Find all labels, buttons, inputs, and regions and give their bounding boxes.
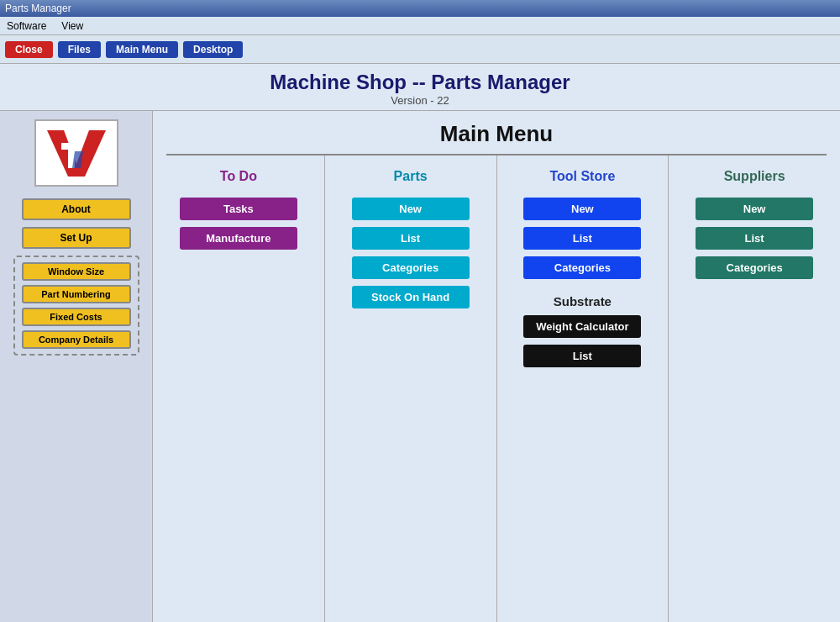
suppliers-categories-button[interactable]: Categories [696,256,813,279]
content: Main Menu To Do Tasks Manufacture Parts … [153,111,840,622]
fixed-costs-button[interactable]: Fixed Costs [22,308,131,326]
menu-view[interactable]: View [58,19,87,33]
toolbar: Close Files Main Menu Desktop [0,35,840,64]
parts-title: Parts [394,169,428,184]
mainmenu-button[interactable]: Main Menu [106,41,178,58]
substrate-list-button[interactable]: List [523,345,641,367]
titlebar: Parts Manager [0,0,840,17]
tasks-button[interactable]: Tasks [180,198,297,220]
parts-list-button[interactable]: List [352,227,470,250]
page-title-bar: Main Menu [166,111,827,156]
toolstore-title: Tool Store [549,169,615,184]
company-details-button[interactable]: Company Details [22,330,131,349]
parts-column: Parts New List Categories Stock On Hand [325,156,497,622]
parts-categories-button[interactable]: Categories [352,256,470,279]
files-button[interactable]: Files [58,41,101,58]
suppliers-new-button[interactable]: New [696,198,813,220]
svg-rect-2 [61,143,81,150]
part-numbering-button[interactable]: Part Numbering [22,285,131,303]
suppliers-list-button[interactable]: List [696,227,813,250]
toolstore-categories-button[interactable]: Categories [523,256,641,279]
about-button[interactable]: About [22,198,131,220]
window-size-button[interactable]: Window Size [22,262,131,281]
parts-new-button[interactable]: New [352,198,470,220]
logo-box [34,119,118,187]
setup-group: Window Size Part Numbering Fixed Costs C… [13,256,139,356]
substrate-title: Substrate [554,294,612,308]
titlebar-label: Parts Manager [5,3,71,14]
app-version: Version - 22 [0,94,840,107]
weight-calc-button[interactable]: Weight Calculator [523,315,641,338]
todo-title: To Do [220,169,257,184]
todo-column: To Do Tasks Manufacture [153,156,325,622]
main-layout: About Set Up Window Size Part Numbering … [0,111,840,622]
toolstore-list-button[interactable]: List [523,227,641,250]
menu-software[interactable]: Software [3,19,50,33]
app-header: Machine Shop -- Parts Manager Version - … [0,64,840,111]
manufacture-button[interactable]: Manufacture [180,227,297,250]
app-title: Machine Shop -- Parts Manager [0,71,840,94]
logo-svg [43,126,110,181]
suppliers-column: Suppliers New List Categories [669,156,840,622]
parts-stock-button[interactable]: Stock On Hand [352,286,470,308]
sidebar: About Set Up Window Size Part Numbering … [0,111,153,622]
menubar: Software View [0,17,840,35]
suppliers-title: Suppliers [724,169,785,184]
toolstore-column: Tool Store New List Categories Substrate… [497,156,669,622]
toolstore-new-button[interactable]: New [523,198,641,220]
columns: To Do Tasks Manufacture Parts New List C… [153,156,840,622]
close-button[interactable]: Close [5,41,53,58]
setup-button[interactable]: Set Up [22,227,131,249]
desktop-button[interactable]: Desktop [183,41,243,58]
page-title: Main Menu [166,121,827,147]
